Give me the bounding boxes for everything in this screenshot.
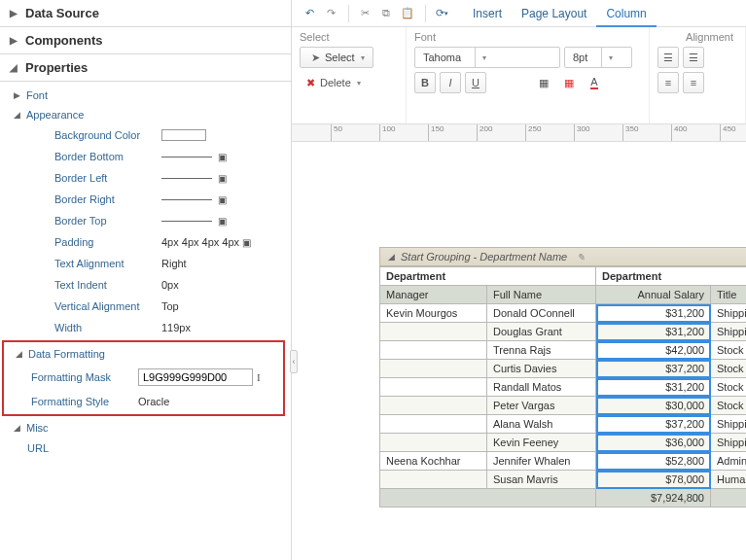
cell-manager[interactable] (380, 378, 487, 397)
tab-insert[interactable]: Insert (463, 0, 512, 27)
cell-manager[interactable] (380, 323, 487, 341)
cell-manager[interactable] (380, 341, 487, 360)
prop-font[interactable]: ▶ Font (0, 86, 291, 105)
align-middle-button[interactable]: ☰ (683, 47, 704, 68)
group-header[interactable]: ◢ Start Grouping - Department Name ✎ (379, 247, 746, 266)
cell-title[interactable]: Shippi (711, 323, 747, 341)
cell-salary[interactable]: $42,000 (596, 341, 711, 360)
cell-fullname[interactable]: Donald OConnell (487, 304, 596, 323)
cell-title[interactable]: Stock ( (711, 341, 747, 360)
prop-text-align[interactable]: Text AlignmentRight (27, 253, 291, 274)
cell-manager[interactable] (380, 471, 487, 489)
tab-column[interactable]: Column (596, 0, 656, 27)
cell-manager[interactable]: Kevin Mourgos (380, 304, 487, 323)
prop-bg-color[interactable]: Background Color (27, 124, 291, 146)
select-button[interactable]: ➤Select▾ (300, 47, 373, 68)
dept-header[interactable]: Department (596, 267, 747, 286)
cell-fullname[interactable]: Kevin Feeney (487, 434, 596, 452)
italic-button[interactable]: I (440, 72, 461, 93)
cell-salary[interactable]: $52,800 (596, 452, 711, 471)
cell-salary[interactable]: $37,200 (596, 360, 711, 378)
prop-data-formatting[interactable]: ◢ Data Formatting (4, 344, 283, 364)
cut-icon[interactable]: ✂ (355, 4, 374, 23)
bold-button[interactable]: B (414, 72, 436, 93)
pencil-icon[interactable]: ✎ (577, 252, 585, 262)
redo-icon[interactable]: ↷ (321, 4, 340, 23)
cell-manager[interactable] (380, 360, 487, 378)
cell-fullname[interactable]: Trenna Rajs (487, 341, 596, 360)
align-top-button[interactable]: ☰ (657, 47, 679, 68)
col-salary[interactable]: Annual Salary (596, 286, 711, 304)
edit-icon[interactable]: ▣ (242, 237, 251, 248)
font-name-combo[interactable]: Tahoma▾ (414, 47, 560, 68)
col-manager[interactable]: Manager (380, 286, 487, 304)
edit-icon[interactable]: ▣ (218, 194, 227, 205)
cell-fullname[interactable]: Susan Mavris (487, 471, 596, 489)
cell-salary[interactable]: $31,200 (596, 304, 711, 323)
cell-salary[interactable]: $30,000 (596, 397, 711, 415)
cell-fullname[interactable]: Douglas Grant (487, 323, 596, 341)
align-left-button[interactable]: ≡ (657, 72, 679, 93)
border-button[interactable]: ▦ (533, 72, 554, 93)
section-components[interactable]: ▶ Components (0, 27, 291, 54)
prop-formatting-mask[interactable]: Formatting Mask I (4, 364, 283, 391)
section-data-source[interactable]: ▶ Data Source (0, 0, 291, 27)
prop-valign[interactable]: Vertical AlignmentTop (27, 296, 291, 317)
prop-border-top[interactable]: Border Top▣ (27, 210, 291, 231)
col-title[interactable]: Title (711, 286, 747, 304)
cell-manager[interactable] (380, 397, 487, 415)
copy-icon[interactable]: ⧉ (376, 4, 396, 23)
cell-fullname[interactable]: Peter Vargas (487, 397, 596, 415)
cell-title[interactable]: Stock ( (711, 360, 747, 378)
cell-title[interactable]: Shippi (711, 434, 747, 452)
font-color-button[interactable]: A (584, 72, 605, 93)
prop-url[interactable]: URL (0, 438, 291, 459)
fill-color-button[interactable]: ▦ (558, 72, 580, 93)
cell-manager[interactable] (380, 415, 487, 434)
font-size-combo[interactable]: 8pt▾ (564, 47, 632, 68)
prop-text-indent[interactable]: Text Indent0px (27, 274, 291, 296)
cell-title[interactable]: Stock ( (711, 397, 747, 415)
cell-fullname[interactable]: Curtis Davies (487, 360, 596, 378)
color-swatch[interactable] (161, 129, 206, 141)
prop-border-right[interactable]: Border Right▣ (27, 189, 291, 210)
cell-title[interactable]: Stock ( (711, 378, 747, 397)
underline-button[interactable]: U (465, 72, 486, 93)
cell-manager[interactable] (380, 434, 487, 452)
cell-fullname[interactable]: Alana Walsh (487, 415, 596, 434)
undo-icon[interactable]: ↶ (300, 4, 319, 23)
dept-header[interactable]: Department (380, 267, 596, 286)
cell-title[interactable]: Humar (711, 471, 747, 489)
cell-title[interactable]: Shippi (711, 304, 747, 323)
prop-misc[interactable]: ◢ Misc (0, 418, 291, 438)
cell-salary[interactable]: $31,200 (596, 378, 711, 397)
edit-icon[interactable]: ▣ (218, 173, 227, 184)
prop-width[interactable]: Width119px (27, 317, 291, 338)
prop-padding[interactable]: Padding4px 4px 4px 4px ▣ (27, 231, 291, 253)
paste-icon[interactable]: 📋 (398, 4, 417, 23)
cell-salary[interactable]: $37,200 (596, 415, 711, 434)
prop-border-bottom[interactable]: Border Bottom▣ (27, 146, 291, 167)
edit-icon[interactable]: ▣ (218, 152, 227, 162)
align-center-button[interactable]: ≡ (683, 72, 704, 93)
cell-salary[interactable]: $31,200 (596, 323, 711, 341)
prop-formatting-style[interactable]: Formatting Style Oracle (4, 391, 283, 412)
cell-fullname[interactable]: Jennifer Whalen (487, 452, 596, 471)
cell-title[interactable]: Shippi (711, 415, 747, 434)
design-canvas[interactable]: ◢ Start Grouping - Department Name ✎ Dep… (292, 142, 746, 560)
cell-salary[interactable]: $78,000 (596, 471, 711, 489)
edit-icon[interactable]: ▣ (218, 216, 227, 227)
prop-appearance[interactable]: ◢ Appearance (0, 105, 291, 124)
section-properties[interactable]: ◢ Properties (0, 54, 291, 82)
delete-button[interactable]: ✖Delete▾ (300, 72, 365, 93)
cell-salary[interactable]: $36,000 (596, 434, 711, 452)
sidebar-drag-handle[interactable] (290, 350, 298, 373)
prop-border-left[interactable]: Border Left▣ (27, 167, 291, 189)
cell-title[interactable]: Admini (711, 452, 747, 471)
cell-manager[interactable]: Neena Kochhar (380, 452, 487, 471)
refresh-icon[interactable]: ⟳▾ (432, 4, 451, 23)
col-fullname[interactable]: Full Name (487, 286, 596, 304)
tab-page-layout[interactable]: Page Layout (512, 0, 596, 27)
cell-fullname[interactable]: Randall Matos (487, 378, 596, 397)
formatting-mask-input[interactable] (138, 368, 253, 386)
